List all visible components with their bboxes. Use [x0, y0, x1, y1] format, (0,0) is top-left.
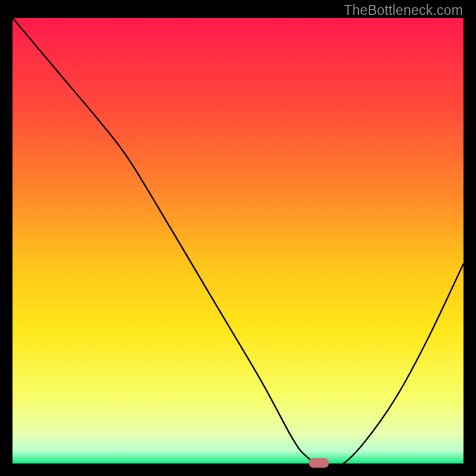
bottleneck-chart — [12, 18, 464, 465]
optimal-point-marker — [309, 458, 329, 468]
chart-frame — [12, 18, 464, 465]
watermark-text: TheBottleneck.com — [344, 2, 463, 18]
